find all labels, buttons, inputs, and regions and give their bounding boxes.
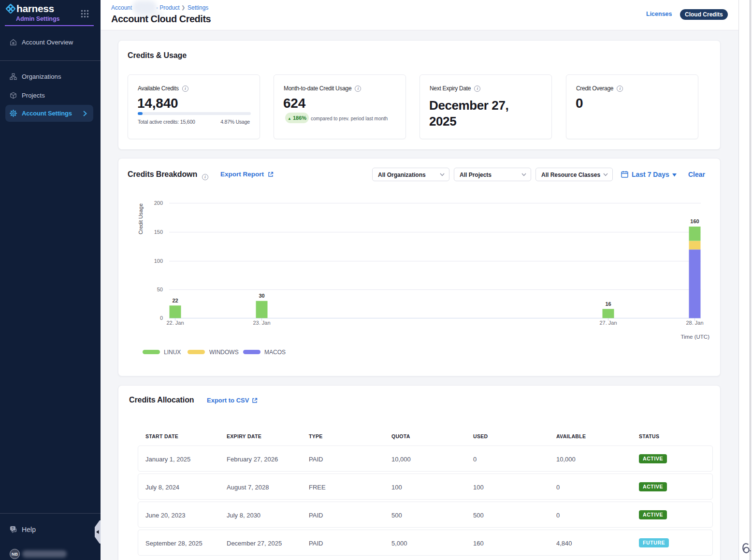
svg-text:?: ? (12, 527, 14, 530)
svg-text:200: 200 (154, 200, 163, 206)
svg-text:22: 22 (172, 298, 178, 303)
svg-text:160: 160 (690, 218, 699, 224)
svg-text:28. Jan: 28. Jan (686, 320, 703, 326)
svg-text:16: 16 (605, 301, 611, 307)
svg-text:27. Jan: 27. Jan (599, 320, 617, 326)
svg-text:50: 50 (157, 287, 163, 292)
svg-text:150: 150 (154, 229, 163, 235)
svg-text:Credit Usage: Credit Usage (138, 203, 144, 234)
svg-text:0: 0 (160, 315, 163, 321)
svg-text:22. Jan: 22. Jan (166, 320, 184, 326)
svg-text:Time (UTC): Time (UTC) (680, 334, 709, 340)
svg-text:WINDOWS: WINDOWS (209, 349, 239, 356)
svg-text:100: 100 (154, 258, 163, 264)
svg-text:23. Jan: 23. Jan (253, 320, 270, 326)
svg-text:LINUX: LINUX (164, 349, 181, 356)
svg-text:MACOS: MACOS (264, 349, 286, 356)
svg-text:30: 30 (259, 293, 264, 299)
